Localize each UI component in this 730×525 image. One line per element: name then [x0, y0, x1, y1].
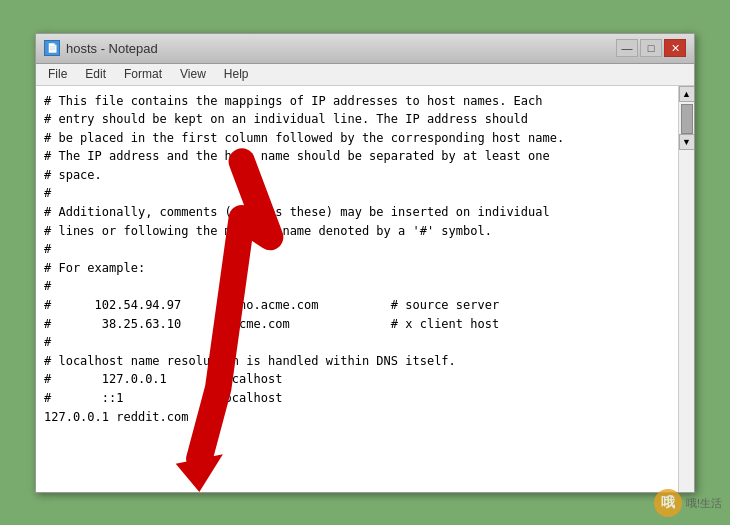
text-editor[interactable]: # This file contains the mappings of IP …	[36, 86, 678, 492]
svg-marker-1	[176, 454, 223, 492]
menu-item-view[interactable]: View	[172, 65, 214, 83]
app-icon: 📄	[44, 40, 60, 56]
menu-item-help[interactable]: Help	[216, 65, 257, 83]
minimize-button[interactable]: —	[616, 39, 638, 57]
watermark: 哦 哦!生活	[654, 489, 722, 517]
watermark-icon: 哦	[654, 489, 682, 517]
close-button[interactable]: ✕	[664, 39, 686, 57]
menu-item-edit[interactable]: Edit	[77, 65, 114, 83]
watermark-label: 哦!生活	[686, 496, 722, 511]
maximize-button[interactable]: □	[640, 39, 662, 57]
title-bar-left: 📄 hosts - Notepad	[44, 40, 158, 56]
notepad-window: 📄 hosts - Notepad — □ ✕ FileEditFormatVi…	[35, 33, 695, 493]
title-bar: 📄 hosts - Notepad — □ ✕	[36, 34, 694, 64]
menu-item-file[interactable]: File	[40, 65, 75, 83]
scrollbar[interactable]: ▲ ▼	[678, 86, 694, 492]
menu-bar: FileEditFormatViewHelp	[36, 64, 694, 86]
scroll-thumb[interactable]	[681, 104, 693, 134]
text-lines: # This file contains the mappings of IP …	[44, 92, 670, 427]
scroll-down-button[interactable]: ▼	[679, 134, 695, 150]
window-controls: — □ ✕	[616, 39, 686, 57]
window-title: hosts - Notepad	[66, 41, 158, 56]
content-area: # This file contains the mappings of IP …	[36, 86, 694, 492]
scroll-up-button[interactable]: ▲	[679, 86, 695, 102]
menu-item-format[interactable]: Format	[116, 65, 170, 83]
